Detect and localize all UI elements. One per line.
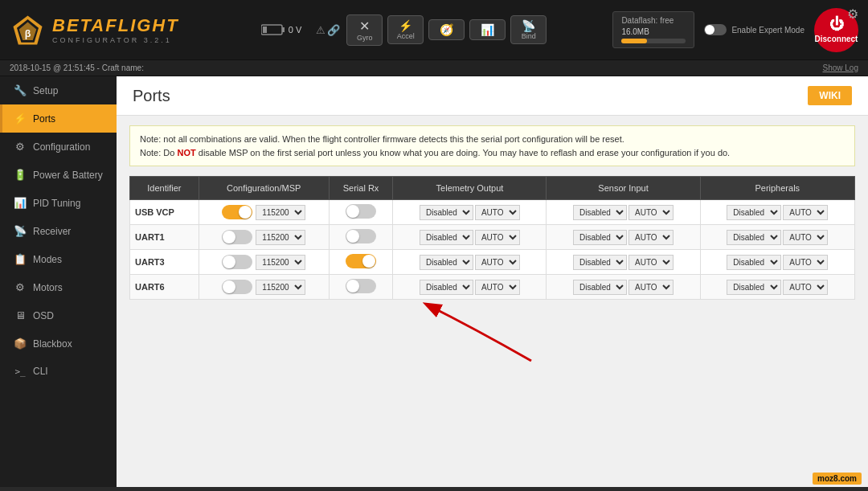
table-row: USB VCP 115200 57600 38400 19200 9600 bbox=[130, 200, 855, 225]
sensor-value-select-0[interactable]: Disabled GPS Sonar bbox=[573, 205, 627, 220]
cell-sensor-2: Disabled GPS Sonar AUTO 9600 19200 bbox=[547, 250, 700, 275]
wiki-button[interactable]: WIKI bbox=[808, 86, 852, 105]
cell-identifier-3: UART6 bbox=[130, 275, 199, 300]
sensor-speed-select-2[interactable]: AUTO 9600 19200 bbox=[628, 255, 674, 270]
bind-btn[interactable]: 📡 Bind bbox=[510, 15, 547, 44]
sensor-speed-select-1[interactable]: AUTO 9600 19200 bbox=[628, 230, 674, 245]
msp-speed-select-0[interactable]: 115200 57600 38400 19200 9600 bbox=[256, 205, 305, 220]
sidebar-item-configuration[interactable]: ⚙ Configuration bbox=[0, 133, 117, 161]
show-log-link[interactable]: Show Log bbox=[823, 63, 858, 72]
cell-msp-2: 115200 57600 38400 19200 9600 bbox=[199, 250, 329, 275]
note-box: Note: not all combinations are valid. Wh… bbox=[129, 125, 855, 166]
cell-serial-rx-2 bbox=[329, 250, 393, 275]
msp-toggle-2[interactable] bbox=[222, 255, 252, 269]
configuration-icon: ⚙ bbox=[14, 141, 27, 153]
msp-toggle-0[interactable] bbox=[222, 205, 252, 219]
sidebar-item-setup[interactable]: 🔧 Setup bbox=[0, 76, 117, 104]
serial-rx-toggle-2[interactable] bbox=[346, 254, 376, 268]
telem-speed-select-1[interactable]: AUTO 9600 19200 bbox=[475, 230, 520, 245]
periph-speed-select-3[interactable]: AUTO 9600 19200 bbox=[783, 280, 828, 295]
sidebar-item-blackbox[interactable]: 📦 Blackbox bbox=[0, 329, 117, 358]
sidebar-item-receiver[interactable]: 📡 Receiver bbox=[0, 217, 117, 245]
receiver-icon: 📡 bbox=[14, 225, 27, 237]
cli-icon: >_ bbox=[14, 366, 27, 377]
pid-tuning-icon: 📊 bbox=[14, 197, 27, 209]
sidebar-item-label: OSD bbox=[33, 310, 54, 321]
msp-speed-select-3[interactable]: 115200 57600 38400 19200 9600 bbox=[256, 280, 305, 295]
baro-btn[interactable]: 📊 bbox=[469, 19, 506, 40]
msp-toggle-knob-2 bbox=[223, 256, 235, 268]
msp-toggle-1[interactable] bbox=[222, 230, 252, 244]
serial-rx-knob-3 bbox=[346, 280, 359, 293]
periph-speed-select-2[interactable]: AUTO 9600 19200 bbox=[783, 255, 828, 270]
col-telemetry: Telemetry Output bbox=[393, 177, 547, 200]
periph-value-select-1[interactable]: Disabled RunCam bbox=[727, 230, 781, 245]
col-identifier: Identifier bbox=[130, 177, 199, 200]
top-right: Dataflash: free 16.0MB Enable Expert Mod… bbox=[612, 8, 858, 52]
col-sensor: Sensor Input bbox=[547, 177, 700, 200]
msp-speed-select-2[interactable]: 115200 57600 38400 19200 9600 bbox=[256, 255, 305, 270]
sidebar-item-label: Setup bbox=[33, 85, 58, 96]
sidebar-item-ports[interactable]: ⚡ Ports bbox=[0, 104, 117, 133]
content-header: Ports WIKI bbox=[117, 76, 868, 116]
sensor-value-select-1[interactable]: Disabled GPS Sonar bbox=[573, 230, 627, 245]
telem-value-select-3[interactable]: Disabled FrSky HoTT bbox=[420, 280, 473, 295]
sidebar-item-label: Blackbox bbox=[33, 338, 72, 350]
top-bar: β BETAFLIGHT CONFIGURATOR 3.2.1 0 V ⚠ 🔗 bbox=[0, 0, 868, 60]
periph-speed-select-0[interactable]: AUTO 9600 19200 bbox=[783, 205, 828, 220]
sidebar-item-label: Receiver bbox=[33, 226, 71, 237]
mag-btn[interactable]: 🧭 bbox=[428, 19, 465, 40]
expert-mode-toggle[interactable] bbox=[704, 24, 727, 35]
expert-mode-knob bbox=[705, 25, 714, 35]
app-subtitle: CONFIGURATOR 3.2.1 bbox=[52, 36, 179, 44]
sidebar-item-label: Power & Battery bbox=[33, 170, 103, 181]
serial-rx-toggle-3[interactable] bbox=[346, 279, 376, 293]
sidebar-item-modes[interactable]: 📋 Modes bbox=[0, 245, 117, 273]
msp-toggle-knob-3 bbox=[223, 280, 235, 293]
cell-periph-1: Disabled RunCam AUTO 9600 19200 bbox=[700, 225, 854, 250]
dataflash-bar bbox=[621, 39, 686, 43]
main-layout: 🔧 Setup ⚡ Ports ⚙ Configuration 🔋 Power … bbox=[0, 76, 868, 487]
sensor-value-select-3[interactable]: Disabled GPS Sonar bbox=[573, 280, 627, 295]
gear-button[interactable]: ⚙ bbox=[847, 6, 858, 22]
sidebar-item-osd[interactable]: 🖥 OSD bbox=[0, 301, 117, 329]
cell-serial-rx-1 bbox=[329, 225, 393, 250]
serial-rx-toggle-0[interactable] bbox=[346, 204, 376, 219]
periph-value-select-3[interactable]: Disabled RunCam bbox=[727, 280, 781, 295]
sensor-value-select-2[interactable]: Disabled GPS Sonar bbox=[573, 255, 627, 270]
periph-speed-select-1[interactable]: AUTO 9600 19200 bbox=[783, 230, 828, 245]
telem-value-select-0[interactable]: Disabled FrSky HoTT bbox=[420, 205, 473, 220]
battery-icon bbox=[261, 23, 285, 36]
accel-btn[interactable]: ⚡ Accel bbox=[387, 15, 424, 44]
status-datetime: 2018-10-15 @ 21:51:45 - Craft name: bbox=[10, 63, 144, 72]
periph-value-select-2[interactable]: Disabled RunCam bbox=[727, 255, 781, 270]
msp-toggle-knob-1 bbox=[223, 231, 235, 243]
telem-speed-select-0[interactable]: AUTO 9600 19200 bbox=[475, 205, 520, 220]
sidebar-item-cli[interactable]: >_ CLI bbox=[0, 358, 117, 385]
telem-value-select-2[interactable]: Disabled FrSky HoTT bbox=[420, 255, 473, 270]
telem-speed-select-2[interactable]: AUTO 9600 19200 bbox=[475, 255, 520, 270]
ports-table: Identifier Configuration/MSP Serial Rx T… bbox=[129, 176, 855, 300]
sidebar-item-motors[interactable]: ⚙ Motors bbox=[0, 273, 117, 301]
sensor-speed-select-3[interactable]: AUTO 9600 19200 bbox=[628, 280, 674, 295]
cell-periph-3: Disabled RunCam AUTO 9600 19200 bbox=[700, 275, 854, 300]
sidebar-item-pid-tuning[interactable]: 📊 PID Tuning bbox=[0, 189, 117, 217]
msp-speed-select-1[interactable]: 115200 57600 38400 19200 9600 bbox=[256, 230, 305, 245]
periph-value-select-0[interactable]: Disabled RunCam bbox=[727, 205, 781, 220]
cell-telemetry-0: Disabled FrSky HoTT AUTO 9600 19200 bbox=[393, 200, 547, 225]
telem-value-select-1[interactable]: Disabled FrSky HoTT bbox=[420, 230, 473, 245]
telem-speed-select-3[interactable]: AUTO 9600 19200 bbox=[475, 280, 520, 295]
expert-mode-label: Enable Expert Mode bbox=[731, 26, 805, 35]
nav-icons: ✕ Gyro ⚡ Accel 🧭 📊 📡 Bind bbox=[346, 14, 547, 46]
msp-toggle-3[interactable] bbox=[222, 280, 252, 294]
serial-rx-knob-1 bbox=[346, 230, 359, 243]
sensor-speed-select-0[interactable]: AUTO 9600 19200 bbox=[628, 205, 674, 220]
svg-text:β: β bbox=[25, 27, 31, 39]
sidebar-item-power-battery[interactable]: 🔋 Power & Battery bbox=[0, 161, 117, 189]
setup-icon: 🔧 bbox=[14, 84, 27, 96]
sidebar-item-label: CLI bbox=[33, 366, 48, 377]
gyro-btn[interactable]: ✕ Gyro bbox=[346, 14, 383, 46]
table-row: UART6 115200 57600 38400 19200 9600 bbox=[130, 275, 855, 300]
serial-rx-toggle-1[interactable] bbox=[346, 229, 376, 243]
expert-mode-area: Enable Expert Mode bbox=[704, 24, 805, 35]
